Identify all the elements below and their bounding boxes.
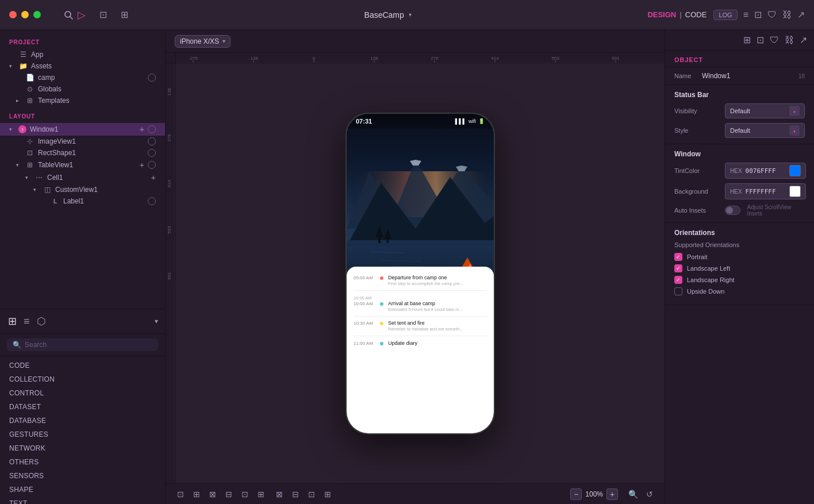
lib-cat-database[interactable]: DATABASE [0,414,165,428]
lib-cat-collection[interactable]: COLLECTION [0,372,165,386]
sidebar-item-customview1[interactable]: ▾ ◫ CustomView1 [0,184,165,195]
align-left-icon[interactable]: ⊡ [175,488,186,500]
frame-icon[interactable]: ⊡ [754,9,762,20]
sidebar-item-window1[interactable]: ▾ ! Window1 + [0,123,165,136]
cursor-icon[interactable]: ↗ [797,9,805,20]
sidebar-item-app[interactable]: ☰ App [0,49,165,60]
maximize-button[interactable] [33,11,41,18]
folder-icon: 📁 [18,62,28,70]
close-button[interactable] [9,11,17,18]
sidebar-item-globals[interactable]: ⊙ Globals [0,83,165,95]
app-dropdown-arrow[interactable]: ▾ [409,11,412,18]
lib-cat-code[interactable]: CODE [0,359,165,372]
lib-cat-dataset[interactable]: DATASET [0,400,165,414]
style-dropdown[interactable]: ⬧ [789,125,800,136]
lib-cat-shape[interactable]: SHAPE [0,483,165,497]
design-label[interactable]: DESIGN [647,10,676,19]
sidebar-item-label1[interactable]: L Label1 [0,195,165,207]
table-circle-btn[interactable] [148,161,156,169]
toggle-knob [726,207,733,214]
align-top-icon[interactable]: ⊟ [223,488,235,500]
visibility-value[interactable]: Default ⬧ [725,103,805,118]
window-chevron-icon: ▾ [9,126,15,132]
app-name: BaseCamp [364,10,404,20]
tint-color-value[interactable]: HEX [725,163,806,179]
align-bottom-icon[interactable]: ⊞ [255,488,267,500]
cell-add-btn[interactable]: + [151,173,156,182]
lib-cat-network[interactable]: NETWORK [0,441,165,455]
table-add-btn[interactable]: + [140,160,144,170]
lib-cat-gestures[interactable]: GESTURES [0,428,165,441]
sidebar-item-templates[interactable]: ▸ ⊞ Templates [0,95,165,106]
imgview-circle-btn[interactable] [148,137,156,145]
play-button[interactable]: ▷ [78,9,86,21]
bg-hex-input[interactable] [746,188,786,195]
schedule-title-3: Update diary [388,340,487,346]
history-icon[interactable]: ↺ [644,488,655,500]
lib-chevron-icon[interactable]: ▾ [155,317,158,325]
style-value[interactable]: Default ⬧ [725,123,805,138]
minimize-button[interactable] [21,11,29,18]
sidebar-item-imageview1[interactable]: ⊹ ImageView1 [0,136,165,147]
right-icon-4[interactable]: ⛓ [785,35,794,45]
window-circle-btn[interactable] [148,125,156,133]
align-right-icon[interactable]: ⊠ [207,488,218,500]
lib-tab-lines[interactable]: ≡ [22,314,31,329]
sidebar-item-assets[interactable]: ▾ 📁 Assets [0,60,165,72]
lib-tab-box[interactable]: ⬡ [36,314,47,329]
size-h-icon[interactable]: ⊡ [306,488,317,500]
link-icon[interactable]: ⛓ [782,10,792,20]
align-middle-icon[interactable]: ⊡ [239,488,251,500]
device-icon[interactable]: ⊡ [99,9,107,20]
background-value[interactable]: HEX [725,183,806,199]
name-input[interactable] [702,72,794,80]
sidebar-item-cell1[interactable]: ▾ ⋯ Cell1 + [0,171,165,184]
size-v-icon[interactable]: ⊞ [322,488,333,500]
right-icon-3[interactable]: 🛡 [770,35,779,45]
schedule-title-2: Set tent and fire [388,320,487,326]
lib-cat-sensors[interactable]: SENSORS [0,469,165,483]
upside-down-checkbox[interactable] [674,287,682,295]
right-icon-5[interactable]: ↗ [800,34,807,45]
lib-cat-others[interactable]: OTHERS [0,455,165,469]
shield-icon[interactable]: 🛡 [767,10,777,20]
sidebar-item-rectshape1[interactable]: ⊡ RectShape1 [0,147,165,159]
list-icon[interactable]: ≡ [743,10,748,20]
search-icon[interactable] [64,10,73,20]
rect-circle-btn[interactable] [148,149,156,157]
right-icon-1[interactable]: ⊞ [743,34,751,45]
traffic-lights [9,11,41,18]
calendar-icon[interactable]: ⊞ [121,9,128,20]
schedule-subtitle-gap [388,295,487,295]
lib-cat-control[interactable]: CONTROL [0,386,165,400]
landscape-right-checkbox[interactable] [674,276,682,284]
name-count: 18 [798,73,805,79]
sidebar-item-tableview1[interactable]: ▾ ⊞ TableView1 + [0,159,165,171]
visibility-dropdown[interactable]: ⬧ [789,106,800,116]
label-circle-btn[interactable] [148,197,156,205]
lib-tab-grid[interactable]: ⊞ [7,314,18,329]
portrait-checkbox[interactable] [674,253,682,261]
canvas-viewport[interactable]: 07:31 ▌▌▌ wifi 🔋 [176,63,665,483]
log-button[interactable]: LOG [713,10,737,20]
distribute-h-icon[interactable]: ⊠ [274,488,285,500]
sidebar-item-camp[interactable]: 📄 camp [0,72,165,83]
align-center-icon[interactable]: ⊞ [191,488,202,500]
tint-color-swatch[interactable] [789,165,801,176]
tint-hex-input[interactable] [746,167,786,175]
top-ruler-row: -276 -138 0 138 276 414 553 [166,53,665,63]
bg-color-swatch[interactable] [789,186,801,197]
landscape-left-checkbox[interactable] [674,264,682,272]
code-label[interactable]: CODE [685,10,707,19]
search-canvas-icon[interactable]: 🔍 [626,488,640,500]
zoom-in-button[interactable]: + [606,488,618,500]
search-input[interactable] [25,341,152,349]
distribute-v-icon[interactable]: ⊟ [290,488,301,500]
zoom-out-button[interactable]: − [570,488,582,500]
right-icon-2[interactable]: ⊡ [757,34,764,45]
device-selector[interactable]: iPhone X/XS ▾ [175,35,231,48]
auto-insets-toggle[interactable] [725,206,740,215]
lib-cat-text[interactable]: TEXT [0,497,165,504]
add-item-button[interactable]: + [140,125,144,134]
circle-button[interactable] [148,74,156,82]
